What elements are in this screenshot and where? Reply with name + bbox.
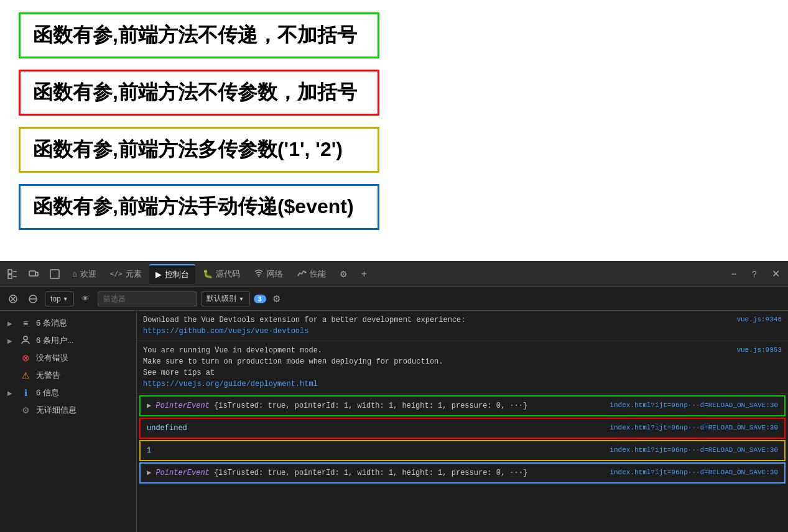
tab-network[interactable]: 网络 bbox=[248, 264, 289, 284]
tab-console[interactable]: ▶ 控制台 bbox=[149, 264, 195, 284]
tab-settings-gear[interactable]: ⚙ bbox=[333, 264, 354, 284]
msg3-source[interactable]: index.html?ijt=96np···d=RELOAD_ON_SAVE:3… bbox=[610, 400, 778, 411]
console-body: ≡ 6 条消息 6 条用户... ⊗ 没有错误 ⚠ 无警告 bbox=[0, 311, 788, 532]
tab-console-label: 控制台 bbox=[165, 269, 189, 280]
sidebar-item-verbose[interactable]: ⚙ 无详细信息 bbox=[0, 401, 136, 419]
warning-icon: ⚠ bbox=[20, 370, 31, 380]
console-output[interactable]: Download the Vue Devtools extension for … bbox=[137, 311, 788, 532]
tab-performance-label: 性能 bbox=[310, 268, 326, 280]
console-block-btn[interactable] bbox=[25, 291, 41, 307]
context-dropdown[interactable]: top ▼ bbox=[45, 291, 74, 306]
level-label: 默认级别 bbox=[206, 293, 236, 304]
svg-rect-3 bbox=[35, 272, 38, 276]
svg-rect-0 bbox=[8, 270, 12, 273]
console-sidebar: ≡ 6 条消息 6 条用户... ⊗ 没有错误 ⚠ 无警告 bbox=[0, 311, 137, 532]
devtools-icon-inspect[interactable] bbox=[2, 264, 22, 284]
context-label: top bbox=[50, 295, 61, 303]
msg1-line1: Download the Vue Devtools extension for … bbox=[143, 314, 730, 326]
console-msg-1: Download the Vue Devtools extension for … bbox=[137, 311, 788, 341]
tab-elements[interactable]: </> 元素 bbox=[104, 264, 148, 284]
msg1-source[interactable]: vue.js:9346 bbox=[736, 314, 782, 325]
console-msg-2: You are running Vue in development mode.… bbox=[137, 341, 788, 394]
svg-point-5 bbox=[258, 276, 259, 277]
sidebar-item-user-messages[interactable]: 6 条用户... bbox=[0, 332, 136, 349]
tab-welcome[interactable]: ⌂ 欢迎 bbox=[66, 264, 103, 284]
console-msg-6: ▶ PointerEvent {isTrusted: true, pointer… bbox=[139, 462, 786, 484]
devtools-close-icon[interactable]: ✕ bbox=[766, 264, 786, 284]
msg3-obj: ▶ PointerEvent {isTrusted: true, pointer… bbox=[147, 400, 603, 411]
devtools-help-icon[interactable]: ? bbox=[744, 264, 764, 284]
msg2-source[interactable]: vue.js:9353 bbox=[736, 345, 782, 355]
sidebar-user-messages-label: 6 条用户... bbox=[36, 335, 74, 346]
msg1-link[interactable]: https://github.com/vuejs/vue-devtools bbox=[143, 326, 730, 337]
tab-sources[interactable]: 🐛 源代码 bbox=[197, 264, 246, 284]
console-settings-icon[interactable]: ⚙ bbox=[270, 292, 284, 306]
add-tab-icon: + bbox=[361, 268, 367, 280]
tab-sources-label: 源代码 bbox=[216, 268, 240, 280]
msg4-text: undefined bbox=[147, 424, 187, 433]
console-msg-4: undefined index.html?ijt=96np···d=RELOAD… bbox=[139, 418, 786, 439]
svg-rect-1 bbox=[8, 275, 12, 278]
devtools-icon-responsive[interactable] bbox=[24, 264, 44, 284]
console-eye-btn[interactable]: 👁 bbox=[78, 291, 94, 307]
msg2-line3: See more tips at https://vuejs.org/guide… bbox=[143, 367, 730, 390]
sidebar-info-label: 6 信息 bbox=[36, 387, 59, 398]
filter-input[interactable] bbox=[98, 291, 197, 306]
tab-welcome-label: 欢迎 bbox=[80, 268, 96, 280]
tab-elements-label: 元素 bbox=[126, 268, 142, 280]
sidebar-item-messages[interactable]: ≡ 6 条消息 bbox=[0, 314, 136, 332]
sidebar-item-warnings[interactable]: ⚠ 无警告 bbox=[0, 367, 136, 384]
demo-box-3[interactable]: 函数有参,前端方法多传参数('1', '2') bbox=[19, 127, 379, 173]
demo-box-1[interactable]: 函数有参,前端方法不传递，不加括号 bbox=[19, 12, 379, 58]
level-dropdown[interactable]: 默认级别 ▼ bbox=[201, 291, 250, 306]
user-messages-expand-icon bbox=[7, 337, 15, 344]
msg6-obj: ▶ PointerEvent {isTrusted: true, pointer… bbox=[147, 467, 603, 479]
demo-box-2[interactable]: 函数有参,前端方法不传参数，加括号 bbox=[19, 70, 379, 116]
message-count-badge: 3 bbox=[254, 295, 266, 303]
msg6-source[interactable]: index.html?ijt=96np···d=RELOAD_ON_SAVE:3… bbox=[610, 467, 778, 478]
tab-network-label: 网络 bbox=[267, 268, 283, 280]
performance-icon bbox=[297, 268, 307, 279]
svg-point-6 bbox=[304, 272, 306, 273]
list-icon: ≡ bbox=[20, 318, 31, 328]
info-expand-icon bbox=[7, 390, 15, 397]
sidebar-verbose-label: 无详细信息 bbox=[36, 405, 76, 416]
devtools-icon-toggle[interactable] bbox=[45, 264, 65, 284]
verbose-icon: ⚙ bbox=[20, 405, 31, 415]
console-icon: ▶ bbox=[155, 270, 162, 279]
demo-box-4[interactable]: 函数有参,前端方法手动传递($event) bbox=[19, 184, 379, 230]
msg2-link[interactable]: https://vuejs.org/guide/deployment.html bbox=[143, 378, 730, 390]
sidebar-item-errors[interactable]: ⊗ 没有错误 bbox=[0, 349, 136, 367]
svg-point-12 bbox=[24, 336, 27, 340]
level-arrow-icon: ▼ bbox=[239, 296, 244, 302]
messages-expand-icon bbox=[7, 320, 15, 327]
user-icon bbox=[20, 336, 31, 346]
console-clear-btn[interactable] bbox=[5, 291, 21, 307]
info-icon: ℹ bbox=[20, 388, 31, 398]
wifi-icon bbox=[254, 268, 264, 279]
msg5-source[interactable]: index.html?ijt=96np···d=RELOAD_ON_SAVE:3… bbox=[610, 445, 778, 456]
console-msg-3: ▶ PointerEvent {isTrusted: true, pointer… bbox=[139, 395, 786, 416]
devtools-more-icon[interactable]: ··· bbox=[723, 264, 743, 284]
msg6-expand-icon[interactable]: ▶ bbox=[147, 469, 151, 477]
svg-rect-2 bbox=[29, 271, 35, 276]
bug-icon: 🐛 bbox=[203, 269, 213, 278]
msg4-source[interactable]: index.html?ijt=96np···d=RELOAD_ON_SAVE:3… bbox=[610, 423, 778, 433]
msg5-text: 1 bbox=[147, 446, 151, 455]
browser-content: 函数有参,前端方法不传递，不加括号 函数有参,前端方法不传参数，加括号 函数有参… bbox=[0, 0, 788, 261]
svg-rect-4 bbox=[50, 270, 59, 278]
console-msg-5: 1 index.html?ijt=96np···d=RELOAD_ON_SAVE… bbox=[139, 440, 786, 461]
context-arrow-icon: ▼ bbox=[63, 296, 68, 302]
devtools-panel: ⌂ 欢迎 </> 元素 ▶ 控制台 🐛 源代码 网络 bbox=[0, 261, 788, 532]
msg2-line2: Make sure to turn on production mode whe… bbox=[143, 356, 730, 367]
welcome-icon: ⌂ bbox=[72, 269, 77, 278]
error-icon: ⊗ bbox=[20, 352, 31, 364]
tab-add[interactable]: + bbox=[355, 264, 373, 284]
sidebar-messages-label: 6 条消息 bbox=[36, 318, 67, 329]
sidebar-item-info[interactable]: ℹ 6 信息 bbox=[0, 384, 136, 401]
msg3-expand-icon[interactable]: ▶ bbox=[147, 401, 151, 410]
tab-performance[interactable]: 性能 bbox=[290, 264, 332, 284]
devtools-tabs: ⌂ 欢迎 </> 元素 ▶ 控制台 🐛 源代码 网络 bbox=[0, 261, 788, 287]
settings-gear-icon: ⚙ bbox=[340, 269, 348, 279]
msg2-line1: You are running Vue in development mode. bbox=[143, 345, 730, 356]
